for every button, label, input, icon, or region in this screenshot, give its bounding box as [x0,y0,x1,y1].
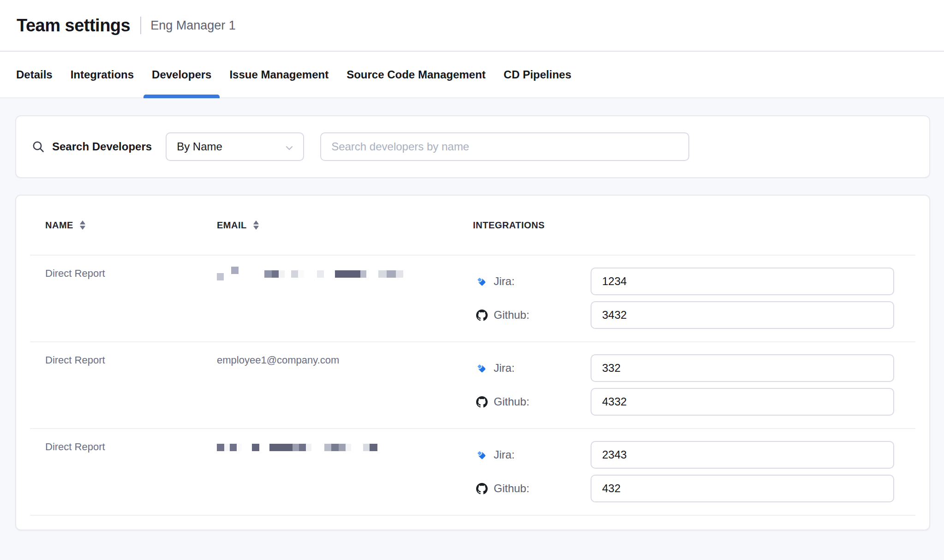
page-title: Team settings [17,16,130,36]
developer-email [217,441,473,453]
jira-field: Jira: [473,354,915,382]
github-icon [476,483,488,494]
jira-id-input[interactable] [591,268,894,295]
github-label: Github: [494,482,529,495]
active-tab-underline [143,95,220,98]
jira-icon [476,363,488,374]
jira-id-input[interactable] [591,441,894,469]
jira-field: Jira: [473,268,915,295]
jira-field: Jira: [473,441,915,469]
jira-label: Jira: [494,448,514,461]
tab-cd-pipelines[interactable]: CD Pipelines [496,52,580,97]
developers-table: NAME EMAIL INTEGRATIONS Direct Report [15,195,930,530]
developer-name: Direct Report [45,268,217,280]
tab-bar: Details Integrations Developers Issue Ma… [0,52,944,98]
github-id-input[interactable] [591,301,894,329]
jira-label: Jira: [494,362,514,375]
jira-id-input[interactable] [591,354,894,382]
column-header-name: NAME [45,220,217,231]
search-icon [31,140,45,154]
github-icon [476,310,488,321]
github-label: Github: [494,395,529,408]
tab-integrations[interactable]: Integrations [62,52,142,97]
tab-source-code-management[interactable]: Source Code Management [338,52,494,97]
tab-developers[interactable]: Developers [143,52,220,97]
github-field: Github: [473,388,915,416]
github-icon [476,396,488,408]
developer-name: Direct Report [45,441,217,453]
github-field: Github: [473,475,915,502]
github-label: Github: [494,309,529,322]
jira-label: Jira: [494,275,514,288]
developer-email: employee1@company.com [217,354,473,366]
integrations-cell: Jira: Github: [473,268,915,335]
table-row: Direct Report Jira: [30,255,915,341]
column-header-email: EMAIL [217,220,473,231]
github-id-input[interactable] [591,388,894,416]
developer-name: Direct Report [45,354,217,366]
table-body: Direct Report Jira: [30,255,915,530]
integrations-cell: Jira: Github: [473,441,915,508]
github-id-input[interactable] [591,475,894,502]
developer-email [217,268,473,280]
sort-icon-name[interactable] [79,220,86,231]
tab-details[interactable]: Details [8,52,61,97]
jira-icon [476,276,488,287]
search-label: Search Developers [52,140,152,153]
github-field: Github: [473,301,915,329]
sort-icon-email[interactable] [253,220,259,231]
jira-icon [476,449,488,460]
redacted-email [217,268,473,280]
search-filter-value: By Name [177,140,222,153]
tab-issue-management[interactable]: Issue Management [221,52,337,97]
search-filter-dropdown[interactable]: By Name [166,132,304,161]
column-header-integrations: INTEGRATIONS [473,220,915,231]
table-row: Direct Report employee1@company.com Jira… [30,341,915,428]
page-header: Team settings Eng Manager 1 [0,0,944,52]
search-input[interactable] [320,132,689,161]
chevron-down-icon [286,140,293,153]
table-header-row: NAME EMAIL INTEGRATIONS [30,196,915,255]
table-row: Direct Report Jira: [30,428,915,516]
integrations-cell: Jira: Github: [473,354,915,422]
search-card: Search Developers By Name [15,115,930,178]
main-content: Search Developers By Name NAME EMAIL [0,98,944,530]
redacted-email [217,442,473,453]
page-subtitle: Eng Manager 1 [150,18,236,33]
title-divider [140,17,141,34]
